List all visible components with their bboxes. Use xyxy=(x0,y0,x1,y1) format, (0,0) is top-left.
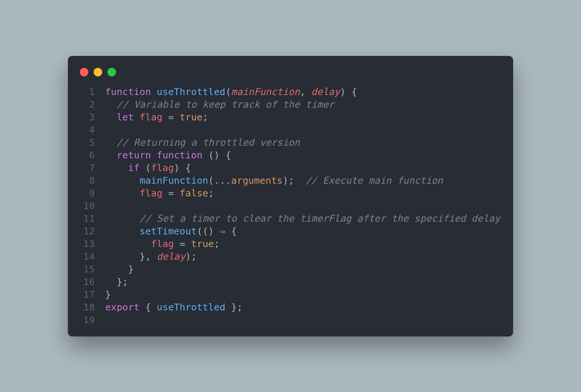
line-number: 10 xyxy=(80,199,95,212)
token xyxy=(105,162,128,173)
code-line: 4 xyxy=(80,123,501,136)
token: ); xyxy=(185,251,197,262)
token xyxy=(105,137,117,148)
line-number: 8 xyxy=(80,174,95,187)
token: ; xyxy=(214,238,220,249)
line-content: setTimeout(() ⇒ { xyxy=(105,225,501,237)
token: // Set a timer to clear the timerFlag af… xyxy=(139,213,500,224)
token xyxy=(105,238,151,249)
token: ) { xyxy=(174,162,191,173)
code-line: 17} xyxy=(80,288,501,301)
line-content: flag = true; xyxy=(105,237,501,250)
code-line: 13 flag = true; xyxy=(80,237,501,250)
token xyxy=(134,111,139,123)
token xyxy=(105,213,139,224)
line-number: 6 xyxy=(80,149,95,161)
token xyxy=(105,149,117,161)
token: }; xyxy=(225,301,242,313)
token: ⇒ xyxy=(220,225,225,237)
token: ( xyxy=(139,162,151,173)
code-line: 12 setTimeout(() ⇒ { xyxy=(80,225,501,237)
token xyxy=(105,111,117,123)
line-content xyxy=(105,199,501,212)
line-number: 4 xyxy=(80,123,95,136)
close-icon[interactable] xyxy=(80,68,88,76)
token: }, xyxy=(105,251,157,262)
token xyxy=(151,149,157,161)
code-line: 6 return function () { xyxy=(80,149,501,161)
line-number: 13 xyxy=(80,237,95,250)
line-content: return function () { xyxy=(105,149,501,161)
line-number: 16 xyxy=(80,275,95,288)
token: } xyxy=(105,263,134,275)
line-content: // Set a timer to clear the timerFlag af… xyxy=(105,212,501,225)
line-content: export { useThrottled }; xyxy=(105,301,501,313)
code-line: 14 }, delay); xyxy=(80,250,501,263)
token xyxy=(105,175,139,186)
line-number: 15 xyxy=(80,263,95,275)
token: if xyxy=(128,162,139,173)
line-content: }; xyxy=(105,275,501,288)
token: // Returning a throttled version xyxy=(117,137,300,148)
token: return xyxy=(117,149,151,161)
token: true xyxy=(180,111,202,123)
line-content: // Variable to keep track of the timer xyxy=(105,98,501,111)
code-window: 1function useThrottled(mainFunction, del… xyxy=(68,56,513,336)
line-content: } xyxy=(105,288,501,301)
code-line: 2 // Variable to keep track of the timer xyxy=(80,98,501,111)
token: flag xyxy=(151,238,174,249)
token xyxy=(105,225,139,237)
line-content: flag = false; xyxy=(105,187,501,199)
code-line: 19 xyxy=(80,313,501,326)
token: delay xyxy=(157,251,185,262)
token: true xyxy=(191,238,214,249)
token: , xyxy=(300,86,311,97)
maximize-icon[interactable] xyxy=(107,68,116,76)
token: ) { xyxy=(340,86,357,97)
token: ; xyxy=(208,187,214,199)
code-line: 9 flag = false; xyxy=(80,187,501,199)
line-number: 17 xyxy=(80,288,95,301)
token: (() xyxy=(197,225,220,237)
token: function xyxy=(105,86,151,97)
token: flag xyxy=(151,162,174,173)
line-number: 7 xyxy=(80,161,95,174)
token: export xyxy=(105,301,139,313)
line-content: mainFunction(...arguments); // Execute m… xyxy=(105,174,501,187)
code-line: 3 let flag = true; xyxy=(80,111,501,123)
token: setTimeout xyxy=(139,225,197,237)
token: = xyxy=(163,111,180,123)
token: = xyxy=(174,238,191,249)
code-line: 10 xyxy=(80,199,501,212)
token xyxy=(151,86,157,97)
line-number: 5 xyxy=(80,136,95,149)
line-content: let flag = true; xyxy=(105,111,501,123)
token: } xyxy=(105,289,111,300)
token: function xyxy=(157,149,202,161)
code-line: 16 }; xyxy=(80,275,501,288)
line-number: 18 xyxy=(80,301,95,313)
token: }; xyxy=(105,276,128,287)
token: flag xyxy=(139,187,162,199)
minimize-icon[interactable] xyxy=(94,68,102,76)
token: mainFunction xyxy=(139,175,208,186)
token: { xyxy=(139,301,157,313)
token: let xyxy=(117,111,134,123)
code-line: 5 // Returning a throttled version xyxy=(80,136,501,149)
line-number: 1 xyxy=(80,85,95,98)
line-number: 11 xyxy=(80,212,95,225)
line-content: if (flag) { xyxy=(105,161,501,174)
code-line: 7 if (flag) { xyxy=(80,161,501,174)
line-content xyxy=(105,123,501,136)
token: ); xyxy=(283,175,305,186)
line-number: 9 xyxy=(80,187,95,199)
token: useThrottled xyxy=(157,86,225,97)
token: arguments xyxy=(231,175,283,186)
line-number: 12 xyxy=(80,225,95,237)
token: mainFunction xyxy=(231,86,300,97)
token: { xyxy=(225,225,237,237)
line-content: }, delay); xyxy=(105,250,501,263)
code-line: 1function useThrottled(mainFunction, del… xyxy=(80,85,501,98)
token: flag xyxy=(139,111,162,123)
code-line: 18export { useThrottled }; xyxy=(80,301,501,313)
